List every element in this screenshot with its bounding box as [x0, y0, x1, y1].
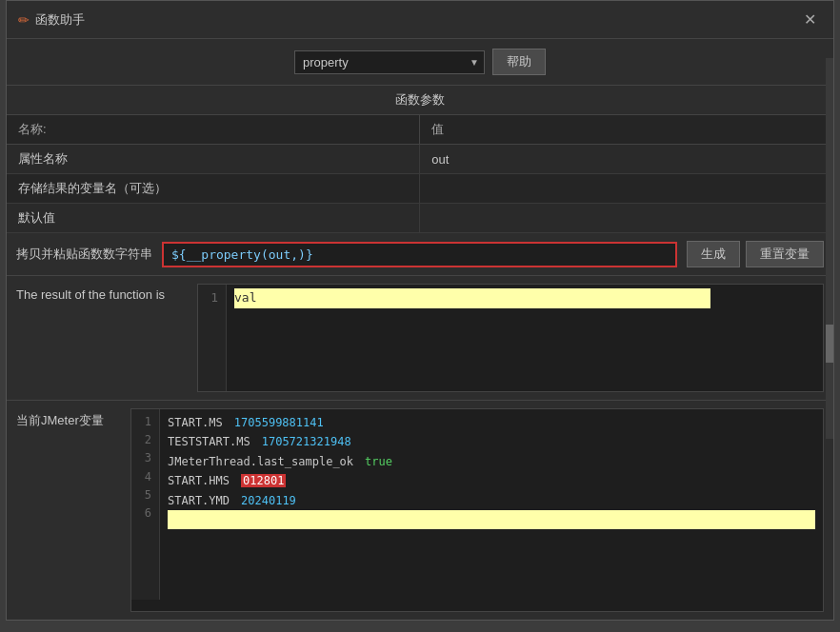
table-row: 属性名称out: [7, 145, 833, 174]
param-name: 默认值: [7, 204, 420, 233]
result-code-content: val: [227, 285, 718, 391]
function-dropdown-wrapper: property ▼: [294, 50, 485, 74]
params-header: 函数参数: [7, 86, 833, 115]
result-line-numbers: 1: [198, 285, 227, 391]
copy-label: 拷贝并粘贴函数数字符串: [16, 246, 152, 263]
copy-string-row: 拷贝并粘贴函数数字符串 生成 重置变量: [7, 233, 833, 276]
function-select[interactable]: property: [294, 50, 485, 74]
vars-code-area: 123456 START.MS 1705599881141TESTSTART.M…: [130, 408, 824, 612]
dialog: ✏ 函数助手 ✕ property ▼ 帮助 函数参数 名称: 值 属性名称ou…: [6, 0, 834, 621]
param-value[interactable]: out: [420, 145, 833, 174]
close-button[interactable]: ✕: [798, 9, 822, 30]
list-item: [168, 510, 815, 529]
toolbar: property ▼ 帮助: [7, 39, 833, 86]
result-code-area: 1 val: [197, 284, 824, 392]
title-bar: ✏ 函数助手 ✕: [7, 1, 833, 39]
scrollbar[interactable]: [826, 58, 833, 439]
param-value[interactable]: [420, 174, 833, 204]
col-name-header: 名称:: [7, 115, 420, 145]
result-label: The result of the function is: [16, 284, 188, 302]
vars-code-content: START.MS 1705599881141TESTSTART.MS 17057…: [160, 409, 823, 611]
help-button[interactable]: 帮助: [492, 49, 546, 75]
vars-section: 当前JMeter变量 123456 START.MS 1705599881141…: [7, 401, 833, 620]
table-row: 存储结果的变量名（可选）: [7, 174, 833, 204]
generate-button[interactable]: 生成: [687, 241, 740, 267]
list-item: START.MS 1705599881141: [168, 413, 815, 432]
copy-string-input[interactable]: [162, 242, 677, 267]
params-table: 名称: 值 属性名称out存储结果的变量名（可选）默认值: [7, 115, 833, 233]
pencil-icon: ✏: [18, 12, 30, 28]
table-row: 默认值: [7, 204, 833, 233]
list-item: START.YMD 20240119: [168, 491, 815, 510]
reset-button[interactable]: 重置变量: [746, 241, 824, 267]
param-value[interactable]: [420, 204, 833, 233]
col-value-header: 值: [420, 115, 833, 145]
scrollbar-thumb[interactable]: [826, 325, 833, 363]
list-item: START.HMS 012801: [168, 471, 815, 490]
dialog-title: 函数助手: [35, 11, 85, 29]
vars-label: 当前JMeter变量: [16, 408, 121, 429]
vars-line-numbers: 123456: [131, 409, 160, 600]
param-name: 存储结果的变量名（可选）: [7, 174, 420, 204]
param-name: 属性名称: [7, 145, 420, 174]
list-item: JMeterThread.last_sample_ok true: [168, 452, 815, 471]
result-section: The result of the function is 1 val: [7, 276, 833, 401]
list-item: TESTSTART.MS 1705721321948: [168, 432, 815, 451]
